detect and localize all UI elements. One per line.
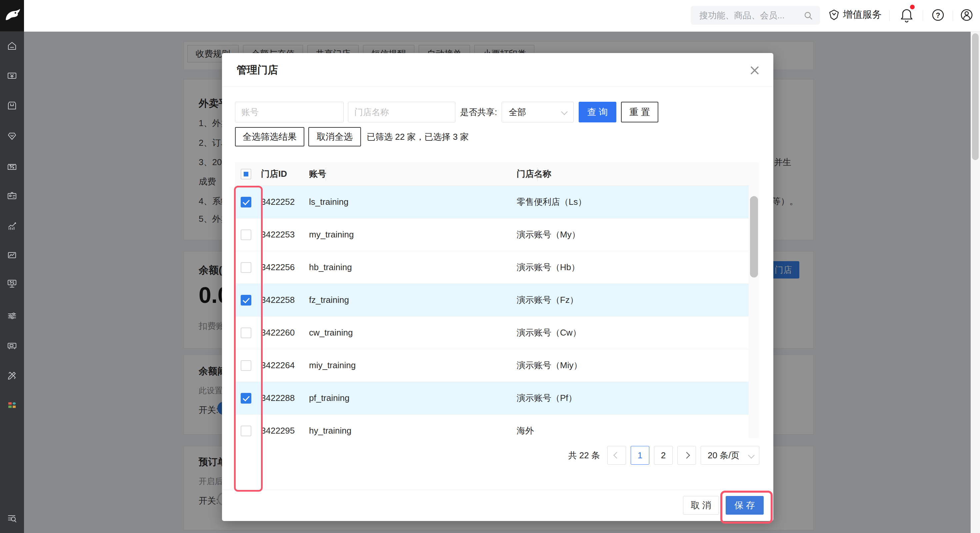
user-avatar-icon[interactable] — [960, 8, 973, 22]
select-all-filtered-button[interactable]: 全选筛选结果 — [235, 127, 304, 147]
sidebar-item-id-card-icon[interactable] — [6, 190, 18, 201]
chevron-down-icon — [748, 452, 755, 459]
store-id: 3422253 — [261, 230, 295, 240]
value-added-services[interactable]: 增值服务 — [828, 8, 882, 21]
sidebar-item-money-icon[interactable] — [6, 70, 18, 81]
sidebar-item-sliders-icon[interactable] — [6, 310, 18, 322]
sidebar-item-screen-icon[interactable] — [6, 278, 18, 289]
store-table-header: 门店ID 账号 门店名称 — [235, 163, 759, 186]
account-filter-input[interactable] — [235, 102, 344, 123]
store-name: 演示账号（Cw） — [506, 327, 759, 338]
row-checkbox[interactable] — [241, 426, 251, 436]
store-row[interactable]: 3422252ls_training零售便利店（Ls） — [235, 186, 759, 219]
close-icon[interactable] — [749, 64, 760, 77]
app-root: 收费规则余额与充值共享门店短信提醒自动接单小票打印类 外卖平 1、外卖2、订单3… — [0, 0, 980, 533]
cancel-button[interactable]: 取 消 — [683, 496, 719, 515]
sidebar-item-gem-icon[interactable] — [6, 130, 18, 141]
sidebar-item-tools-icon[interactable] — [6, 370, 18, 381]
store-name: 演示账号（Hb） — [506, 262, 759, 273]
share-filter-select[interactable]: 全部 — [502, 102, 574, 123]
topbar: 增值服务 ? — [24, 0, 980, 32]
save-button[interactable]: 保 存 — [725, 496, 764, 515]
store-row[interactable]: 3422264miy_training演示账号（Miy） — [235, 349, 759, 382]
select-all-checkbox[interactable] — [241, 169, 251, 179]
notifications-bell-icon[interactable] — [899, 7, 914, 23]
row-checkbox[interactable] — [241, 262, 251, 273]
row-checkbox[interactable] — [241, 295, 251, 306]
row-checkbox[interactable] — [241, 393, 251, 404]
store-id: 3422264 — [261, 360, 295, 370]
store-account: cw_training — [294, 327, 506, 338]
chevron-left-icon — [613, 452, 620, 459]
page-scrollbar[interactable] — [970, 0, 980, 533]
selection-summary: 已筛选 22 家，已选择 3 家 — [367, 127, 469, 147]
pagination: 共 22 条 12 20 条/页 — [568, 446, 759, 464]
table-scrollbar[interactable] — [749, 185, 759, 438]
notification-dot — [910, 5, 915, 10]
store-name: 演示账号（Miy） — [506, 359, 759, 371]
row-checkbox[interactable] — [241, 360, 251, 371]
sidebar-item-list-search-icon[interactable] — [6, 513, 18, 524]
row-checkbox-cell: 3422252 — [235, 197, 294, 207]
store-name: 演示账号（Pf） — [506, 392, 759, 404]
row-checkbox[interactable] — [241, 327, 251, 338]
row-checkbox[interactable] — [241, 197, 251, 207]
store-row[interactable]: 3422256hb_training演示账号（Hb） — [235, 251, 759, 284]
store-account: my_training — [294, 230, 506, 240]
store-row[interactable]: 3422295hy_training海外 — [235, 415, 759, 438]
row-checkbox-cell: 3422288 — [235, 393, 294, 404]
store-account: pf_training — [294, 393, 506, 403]
header-checkbox-cell: 门店ID — [235, 168, 294, 180]
manage-stores-modal: 管理门店 是否共享: 全部 查 询 重 置 全选筛选结果 取消全选 已筛选 22… — [222, 53, 773, 521]
store-row[interactable]: 3422253my_training演示账号（My） — [235, 219, 759, 251]
share-filter-label: 是否共享: — [460, 102, 497, 123]
sidebar-item-apps-icon[interactable] — [6, 400, 18, 411]
page-scrollbar-thumb[interactable] — [972, 34, 978, 160]
sidebar-item-package-icon[interactable] — [6, 100, 18, 112]
row-checkbox-cell: 3422260 — [235, 327, 294, 338]
sidebar-item-report-icon[interactable] — [6, 249, 18, 261]
store-row[interactable]: 3422260cw_training演示账号（Cw） — [235, 316, 759, 349]
store-id: 3422252 — [261, 197, 295, 207]
help-icon[interactable]: ? — [931, 8, 945, 22]
reset-button[interactable]: 重 置 — [621, 102, 658, 123]
sidebar-item-coupon-icon[interactable] — [6, 161, 18, 172]
search-icon — [803, 11, 813, 21]
store-account: miy_training — [294, 360, 506, 370]
app-logo[interactable] — [0, 0, 24, 31]
page-button-2[interactable]: 2 — [654, 446, 673, 464]
next-page-button[interactable] — [677, 446, 696, 464]
store-id: 3422258 — [261, 295, 295, 305]
chevron-right-icon — [683, 452, 690, 459]
cancel-select-all-button[interactable]: 取消全选 — [308, 127, 361, 147]
store-table-body: 3422252ls_training零售便利店（Ls）3422253my_tra… — [235, 186, 759, 438]
row-checkbox-cell: 3422258 — [235, 295, 294, 306]
page-size-select[interactable]: 20 条/页 — [701, 446, 759, 464]
store-name: 零售便利店（Ls） — [506, 196, 759, 208]
row-checkbox[interactable] — [241, 230, 251, 240]
sidebar-item-cashbox-icon[interactable] — [6, 340, 18, 351]
value-added-services-label: 增值服务 — [843, 8, 882, 21]
column-header-store-id: 门店ID — [261, 168, 287, 180]
sidebar-item-home-icon[interactable] — [6, 40, 18, 51]
store-row[interactable]: 3422258fz_training演示账号（Fz） — [235, 284, 759, 316]
pagination-total: 共 22 条 — [568, 450, 600, 461]
store-id: 3422288 — [261, 393, 295, 403]
store-account: fz_training — [294, 295, 506, 305]
page-button-1[interactable]: 1 — [631, 446, 649, 464]
global-search[interactable] — [690, 6, 820, 25]
store-row[interactable]: 3422288pf_training演示账号（Pf） — [235, 382, 759, 415]
store-id: 3422256 — [261, 262, 295, 273]
store-name-filter-input[interactable] — [348, 102, 455, 123]
query-button[interactable]: 查 询 — [579, 102, 616, 123]
prev-page-button[interactable] — [607, 446, 626, 464]
column-divider — [537, 168, 538, 181]
share-filter-value: 全部 — [509, 107, 526, 117]
sidebar-item-analytics-icon[interactable] — [6, 220, 18, 231]
global-search-input[interactable] — [690, 6, 809, 25]
topbar-divider — [953, 10, 953, 21]
store-name: 演示账号（My） — [506, 229, 759, 241]
topbar-divider — [923, 10, 923, 21]
table-scrollbar-thumb[interactable] — [750, 196, 758, 278]
row-checkbox-cell: 3422256 — [235, 262, 294, 273]
